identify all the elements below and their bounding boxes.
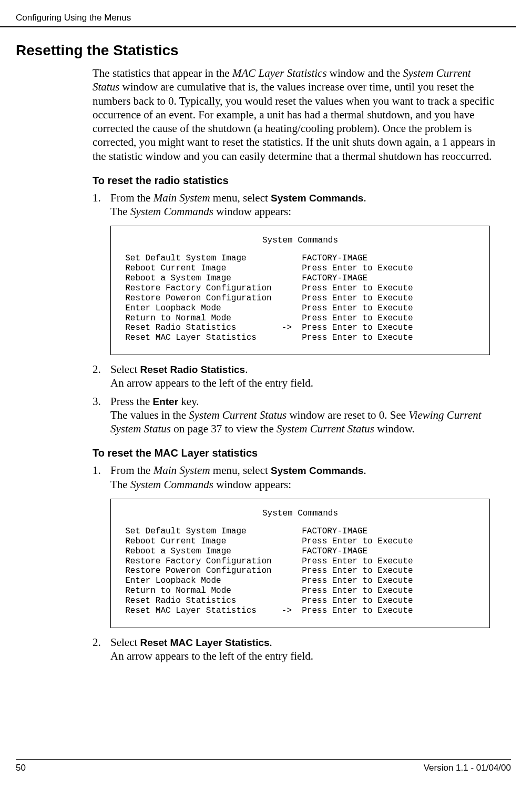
step-number: 1. [93,463,101,477]
step-body: From the Main System menu, select System… [110,191,500,219]
step-number: 3. [93,395,101,408]
terminal-body: Set Default System Image FACTORY-IMAGE R… [115,527,485,616]
step-body: Select Reset Radio Statistics. An arrow … [110,362,500,390]
step-number: 1. [93,191,101,205]
step-body: Select Reset MAC Layer Statistics. An ar… [110,635,500,663]
terminal-window-mac: System Commands Set Default System Image… [110,499,490,628]
section-title-mac: To reset the MAC Layer statistics [93,447,500,459]
page-title: Resetting the Statistics [16,42,500,59]
step-1-mac: 1. From the Main System menu, select Sys… [93,463,500,491]
step-3-radio: 3. Press the Enter key. The values in th… [93,395,500,436]
intro-paragraph: The statistics that appear in the MAC La… [93,66,500,163]
page-content: Resetting the Statistics The statistics … [0,42,532,663]
step-2-mac: 2. Select Reset MAC Layer Statistics. An… [93,635,500,663]
step-body: From the Main System menu, select System… [110,463,500,491]
step-1-radio: 1. From the Main System menu, select Sys… [93,191,500,219]
running-header: Configuring Using the Menus [0,0,516,27]
version-string: Version 1.1 - 01/04/00 [424,763,511,773]
terminal-title: System Commands [115,236,485,245]
section-title-radio: To reset the radio statistics [93,175,500,187]
step-2-radio: 2. Select Reset Radio Statistics. An arr… [93,362,500,390]
running-header-text: Configuring Using the Menus [16,13,131,23]
page-number: 50 [16,763,26,773]
terminal-title: System Commands [115,509,485,518]
step-number: 2. [93,362,101,376]
step-number: 2. [93,635,101,649]
terminal-window-radio: System Commands Set Default System Image… [110,226,490,355]
terminal-body: Set Default System Image FACTORY-IMAGE R… [115,254,485,343]
page-footer: 50 Version 1.1 - 01/04/00 [16,759,511,773]
step-body: Press the Enter key. The values in the S… [110,395,500,436]
